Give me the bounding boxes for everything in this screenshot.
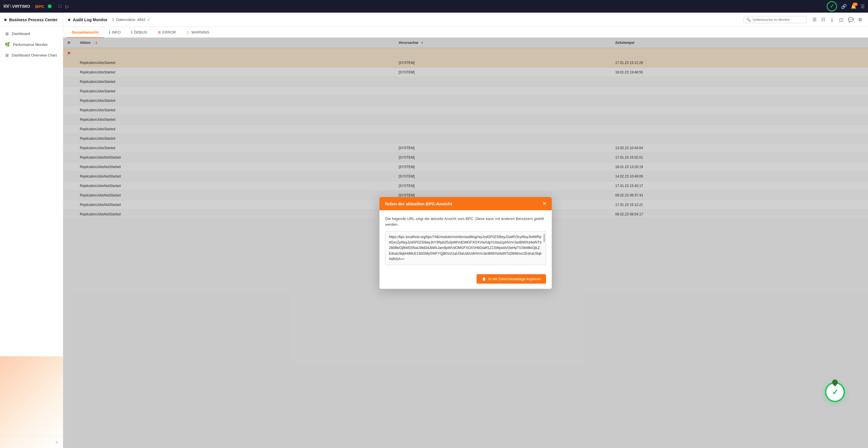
modal-url-text: https://bpc.localhost.org/bpc/?#&/module… bbox=[389, 235, 542, 261]
sidebar: ■ Business Process Center 🖥 Dashboard 🌿 … bbox=[0, 12, 63, 448]
logo-virtimo: WW\VIRTIMO bbox=[3, 4, 30, 9]
performance-icon: 🌿 bbox=[5, 42, 10, 47]
floating-pin bbox=[831, 378, 839, 386]
sidebar-title: ■ Business Process Center bbox=[0, 12, 63, 26]
monitor-toolbar: ☰ ☷ ⭳ ◫ 💬 ⚙ bbox=[811, 16, 863, 24]
tab-debug[interactable]: ℹ DEBUG bbox=[126, 27, 152, 38]
monitor-title-icon: ■ bbox=[68, 17, 71, 22]
copy-to-clipboard-btn[interactable]: 📋 In die Zwischenablage kopieren bbox=[476, 274, 546, 284]
modal-body: Die folgende URL zeigt die aktuelle Ansi… bbox=[379, 210, 552, 274]
modal-header: Teilen der aktuellen BPC-Ansicht ✕ bbox=[379, 197, 552, 210]
table-container: ⚙ Aktion ↓ 1 Verursacher ▼ Zeitstempel bbox=[63, 38, 868, 448]
list-view-btn[interactable]: ☰ bbox=[811, 16, 818, 24]
sidebar-nav: 🖥 Dashboard 🌿 Performance Monitor 🖥 Dash… bbox=[0, 26, 63, 436]
copy-icon: 📋 bbox=[482, 277, 486, 281]
modal-url-box[interactable]: https://bpc.localhost.org/bpc/?#&/module… bbox=[385, 231, 546, 265]
ok-icon: ✓ bbox=[147, 17, 151, 22]
tab-error[interactable]: ⊗ ERROR bbox=[153, 27, 181, 38]
error-badge-icon: ⊗ bbox=[158, 30, 161, 34]
sidebar-item-label-dashboard: Dashboard bbox=[12, 32, 30, 36]
top-nav-right: ✓ 🔗 🔔 2+ ☰ bbox=[827, 1, 865, 11]
modal-overlay: Teilen der aktuellen BPC-Ansicht ✕ Die f… bbox=[63, 38, 868, 448]
tabs-bar: Gesamtansicht ℹ INFO ℹ DEBUG ⊗ ERROR ⚠ W… bbox=[63, 27, 868, 38]
bpc-label: BPC bbox=[35, 4, 44, 9]
floating-check: ✓ bbox=[825, 382, 845, 402]
tab-warning[interactable]: ⚠ WARNING bbox=[181, 27, 214, 38]
app-body: ■ Business Process Center 🖥 Dashboard 🌿 … bbox=[0, 12, 868, 448]
modal-footer: 📋 In die Zwischenablage kopieren bbox=[379, 274, 552, 289]
search-input[interactable] bbox=[752, 18, 804, 22]
notification-badge: 2+ bbox=[852, 3, 858, 6]
url-scrollbar bbox=[544, 234, 545, 242]
grid-view-btn[interactable]: ☷ bbox=[820, 16, 826, 24]
search-icon: 🔍 bbox=[746, 18, 751, 22]
dashboard-icon: 🖥 bbox=[5, 31, 9, 36]
monitor-header: ■ Audit Log Monitor Σ Datensätze: 4842 ✓… bbox=[63, 12, 868, 27]
sidebar-item-dashboard[interactable]: 🖥 Dashboard bbox=[0, 28, 63, 39]
modal-title: Teilen der aktuellen BPC-Ansicht bbox=[384, 201, 452, 206]
tab-gesamtansicht[interactable]: Gesamtansicht bbox=[67, 27, 104, 38]
share-modal: Teilen der aktuellen BPC-Ansicht ✕ Die f… bbox=[379, 197, 552, 289]
sidebar-item-label-performance: Performance Monitor bbox=[13, 42, 48, 47]
monitor-title: ■ Audit Log Monitor bbox=[68, 17, 107, 22]
sidebar-item-label-chart: Dashboard Overview Chart bbox=[12, 53, 57, 57]
share-btn[interactable]: 💬 bbox=[847, 16, 855, 24]
sidebar-title-icon: ■ bbox=[4, 17, 7, 22]
top-nav: WW\VIRTIMO BPC □ ▷ ✓ 🔗 🔔 2+ ☰ bbox=[0, 0, 868, 12]
nav-back-icon[interactable]: □ bbox=[59, 4, 61, 9]
top-check-circle: ✓ bbox=[827, 1, 837, 11]
hamburger-icon[interactable]: ☰ bbox=[861, 4, 865, 9]
sigma-icon: Σ bbox=[112, 18, 114, 22]
debug-badge-icon: ℹ bbox=[131, 30, 132, 34]
chart-icon: 🖥 bbox=[5, 53, 9, 58]
columns-btn[interactable]: ◫ bbox=[838, 16, 844, 24]
download-btn[interactable]: ⭳ bbox=[829, 16, 836, 24]
monitor-count: Σ Datensätze: 4842 ✓ bbox=[112, 17, 151, 22]
monitor-search[interactable]: 🔍 bbox=[744, 16, 807, 23]
status-dot bbox=[48, 4, 52, 8]
share-icon[interactable]: 🔗 bbox=[841, 4, 847, 9]
sidebar-item-performance[interactable]: 🌿 Performance Monitor bbox=[0, 39, 63, 50]
warning-badge-icon: ⚠ bbox=[186, 30, 190, 34]
info-badge-icon: ℹ bbox=[109, 30, 110, 34]
settings-btn[interactable]: ⚙ bbox=[857, 16, 863, 24]
sidebar-collapse-btn[interactable]: « bbox=[0, 436, 63, 448]
modal-description: Die folgende URL zeigt die aktuelle Ansi… bbox=[385, 216, 546, 227]
floating-check-circle: ✓ bbox=[825, 382, 845, 402]
nav-forward-icon[interactable]: ▷ bbox=[65, 4, 69, 9]
bell-icon[interactable]: 🔔 2+ bbox=[851, 4, 857, 9]
main-content: ■ Audit Log Monitor Σ Datensätze: 4842 ✓… bbox=[63, 12, 868, 448]
nav-icons: □ ▷ bbox=[59, 4, 69, 9]
sidebar-item-dashboard-chart[interactable]: 🖥 Dashboard Overview Chart bbox=[0, 50, 63, 61]
tab-info[interactable]: ℹ INFO bbox=[104, 27, 126, 38]
modal-close-btn[interactable]: ✕ bbox=[542, 201, 547, 206]
